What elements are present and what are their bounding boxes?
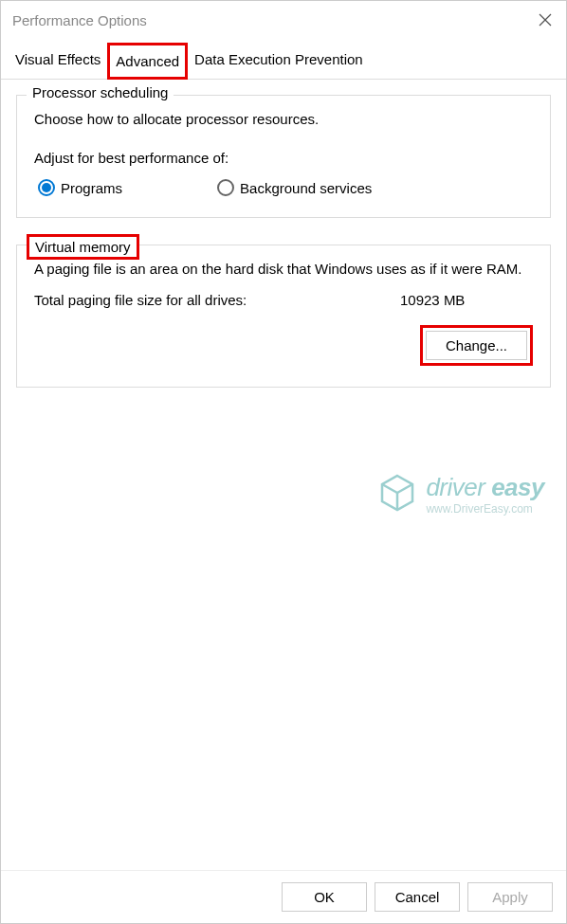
titlebar: Performance Options [1, 1, 566, 39]
close-icon [539, 13, 552, 27]
radio-background-label: Background services [240, 180, 372, 196]
cancel-button[interactable]: Cancel [375, 882, 460, 912]
change-button[interactable]: Change... [426, 331, 527, 360]
processor-scheduling-group: Processor scheduling Choose how to alloc… [16, 95, 551, 218]
processor-scheduling-legend: Processor scheduling [27, 84, 174, 100]
ok-button[interactable]: OK [282, 882, 367, 912]
dialog-footer: OK Cancel Apply [1, 870, 566, 923]
paging-size-row: Total paging file size for all drives: 1… [34, 292, 533, 308]
virtual-memory-legend: Virtual memory [27, 234, 139, 260]
radio-programs[interactable]: Programs [38, 179, 122, 196]
virtual-memory-description: A paging file is an area on the hard dis… [34, 261, 533, 277]
close-button[interactable] [536, 10, 555, 29]
performance-options-window: Performance Options Visual Effects Advan… [0, 0, 567, 924]
change-button-highlight: Change... [420, 325, 533, 366]
paging-size-label: Total paging file size for all drives: [34, 292, 400, 308]
tab-row: Visual Effects Advanced Data Execution P… [1, 43, 566, 80]
window-title: Performance Options [12, 12, 147, 28]
virtual-memory-group: Virtual memory A paging file is an area … [16, 245, 551, 388]
radio-icon-checked [38, 179, 55, 196]
tab-content: Processor scheduling Choose how to alloc… [1, 80, 566, 870]
tab-advanced[interactable]: Advanced [107, 43, 188, 80]
apply-button[interactable]: Apply [467, 882, 553, 912]
paging-size-value: 10923 MB [400, 292, 533, 308]
radio-background-services[interactable]: Background services [217, 179, 372, 196]
processor-description: Choose how to allocate processor resourc… [34, 111, 533, 127]
radio-group: Programs Background services [34, 179, 533, 196]
adjust-label: Adjust for best performance of: [34, 150, 533, 166]
radio-programs-label: Programs [61, 180, 122, 196]
tab-visual-effects[interactable]: Visual Effects [9, 43, 107, 80]
radio-icon-unchecked [217, 179, 234, 196]
tab-data-execution-prevention[interactable]: Data Execution Prevention [188, 43, 370, 80]
